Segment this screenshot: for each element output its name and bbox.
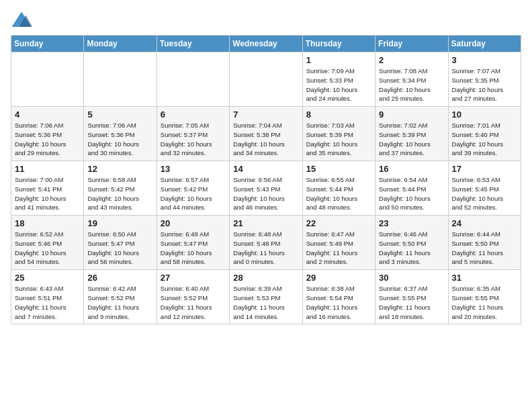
day-info: Sunrise: 7:01 AM Sunset: 5:40 PM Dayligh…	[452, 121, 517, 158]
day-info: Sunrise: 7:02 AM Sunset: 5:39 PM Dayligh…	[379, 121, 444, 158]
day-info: Sunrise: 6:42 AM Sunset: 5:52 PM Dayligh…	[87, 284, 152, 321]
day-number: 19	[87, 218, 152, 228]
calendar-cell: 21Sunrise: 6:48 AM Sunset: 5:48 PM Dayli…	[230, 216, 302, 270]
day-info: Sunrise: 6:46 AM Sunset: 5:50 PM Dayligh…	[379, 230, 444, 267]
day-info: Sunrise: 6:58 AM Sunset: 5:42 PM Dayligh…	[87, 175, 152, 212]
day-number: 2	[379, 55, 444, 65]
day-number: 24	[452, 218, 517, 228]
day-number: 18	[15, 218, 80, 228]
day-info: Sunrise: 6:57 AM Sunset: 5:42 PM Dayligh…	[161, 175, 226, 212]
calendar-cell: 19Sunrise: 6:50 AM Sunset: 5:47 PM Dayli…	[84, 216, 157, 270]
day-number: 3	[452, 55, 517, 65]
day-number: 31	[452, 273, 517, 283]
calendar-cell: 14Sunrise: 6:56 AM Sunset: 5:43 PM Dayli…	[230, 161, 302, 216]
calendar-cell: 17Sunrise: 6:53 AM Sunset: 5:45 PM Dayli…	[448, 161, 521, 216]
calendar-header-tuesday: Tuesday	[157, 36, 229, 52]
day-number: 20	[161, 218, 226, 228]
calendar-cell: 18Sunrise: 6:52 AM Sunset: 5:46 PM Dayli…	[11, 216, 84, 270]
calendar-cell: 25Sunrise: 6:43 AM Sunset: 5:51 PM Dayli…	[11, 270, 84, 324]
calendar-cell: 12Sunrise: 6:58 AM Sunset: 5:42 PM Dayli…	[84, 161, 157, 216]
calendar-header-row: SundayMondayTuesdayWednesdayThursdayFrid…	[11, 36, 521, 52]
calendar-cell: 15Sunrise: 6:55 AM Sunset: 5:44 PM Dayli…	[302, 161, 375, 216]
calendar-cell: 23Sunrise: 6:46 AM Sunset: 5:50 PM Dayli…	[375, 216, 448, 270]
calendar-cell	[157, 52, 229, 107]
day-info: Sunrise: 7:09 AM Sunset: 5:33 PM Dayligh…	[306, 66, 371, 103]
calendar-header-saturday: Saturday	[448, 36, 521, 52]
day-number: 13	[161, 164, 226, 174]
calendar-cell: 24Sunrise: 6:44 AM Sunset: 5:50 PM Dayli…	[448, 216, 521, 270]
calendar-cell	[11, 52, 84, 107]
day-number: 27	[161, 273, 226, 283]
day-info: Sunrise: 7:03 AM Sunset: 5:39 PM Dayligh…	[306, 121, 371, 158]
calendar-week-row: 25Sunrise: 6:43 AM Sunset: 5:51 PM Dayli…	[11, 270, 521, 324]
calendar-cell: 13Sunrise: 6:57 AM Sunset: 5:42 PM Dayli…	[157, 161, 229, 216]
day-number: 9	[379, 109, 444, 120]
day-info: Sunrise: 7:08 AM Sunset: 5:34 PM Dayligh…	[379, 66, 444, 103]
day-number: 14	[233, 164, 298, 174]
calendar-cell: 2Sunrise: 7:08 AM Sunset: 5:34 PM Daylig…	[375, 52, 448, 107]
calendar-week-row: 1Sunrise: 7:09 AM Sunset: 5:33 PM Daylig…	[11, 52, 521, 107]
day-number: 10	[452, 109, 517, 120]
calendar-header-wednesday: Wednesday	[230, 36, 302, 52]
calendar-cell: 29Sunrise: 6:38 AM Sunset: 5:54 PM Dayli…	[302, 270, 375, 324]
calendar-cell: 8Sunrise: 7:03 AM Sunset: 5:39 PM Daylig…	[302, 107, 375, 161]
calendar-cell: 9Sunrise: 7:02 AM Sunset: 5:39 PM Daylig…	[375, 107, 448, 161]
day-number: 11	[15, 164, 80, 174]
day-info: Sunrise: 6:37 AM Sunset: 5:55 PM Dayligh…	[379, 284, 444, 321]
day-info: Sunrise: 6:40 AM Sunset: 5:52 PM Dayligh…	[161, 284, 226, 321]
calendar-week-row: 18Sunrise: 6:52 AM Sunset: 5:46 PM Dayli…	[11, 216, 521, 270]
calendar-cell: 7Sunrise: 7:04 AM Sunset: 5:38 PM Daylig…	[230, 107, 302, 161]
page-header	[11, 11, 521, 30]
day-number: 7	[233, 109, 298, 120]
day-info: Sunrise: 6:52 AM Sunset: 5:46 PM Dayligh…	[15, 230, 80, 267]
calendar-cell: 10Sunrise: 7:01 AM Sunset: 5:40 PM Dayli…	[448, 107, 521, 161]
day-number: 22	[306, 218, 371, 228]
day-info: Sunrise: 7:04 AM Sunset: 5:38 PM Dayligh…	[233, 121, 298, 158]
logo-icon	[11, 11, 32, 30]
day-info: Sunrise: 7:06 AM Sunset: 5:36 PM Dayligh…	[15, 121, 80, 158]
calendar-cell: 6Sunrise: 7:05 AM Sunset: 5:37 PM Daylig…	[157, 107, 229, 161]
day-info: Sunrise: 6:43 AM Sunset: 5:51 PM Dayligh…	[15, 284, 80, 321]
day-info: Sunrise: 6:54 AM Sunset: 5:44 PM Dayligh…	[379, 175, 444, 212]
calendar-header-monday: Monday	[84, 36, 157, 52]
day-number: 16	[379, 164, 444, 174]
day-info: Sunrise: 7:00 AM Sunset: 5:41 PM Dayligh…	[15, 175, 80, 212]
day-number: 17	[452, 164, 517, 174]
day-info: Sunrise: 7:06 AM Sunset: 5:36 PM Dayligh…	[87, 121, 152, 158]
day-info: Sunrise: 7:05 AM Sunset: 5:37 PM Dayligh…	[161, 121, 226, 158]
calendar-cell: 26Sunrise: 6:42 AM Sunset: 5:52 PM Dayli…	[84, 270, 157, 324]
day-number: 1	[306, 55, 371, 65]
day-info: Sunrise: 6:49 AM Sunset: 5:47 PM Dayligh…	[161, 230, 226, 267]
calendar-cell: 5Sunrise: 7:06 AM Sunset: 5:36 PM Daylig…	[84, 107, 157, 161]
day-info: Sunrise: 6:47 AM Sunset: 5:49 PM Dayligh…	[306, 230, 371, 267]
day-info: Sunrise: 6:35 AM Sunset: 5:55 PM Dayligh…	[452, 284, 517, 321]
calendar-cell: 30Sunrise: 6:37 AM Sunset: 5:55 PM Dayli…	[375, 270, 448, 324]
calendar-cell: 20Sunrise: 6:49 AM Sunset: 5:47 PM Dayli…	[157, 216, 229, 270]
calendar-cell: 28Sunrise: 6:39 AM Sunset: 5:53 PM Dayli…	[230, 270, 302, 324]
day-number: 5	[87, 109, 152, 120]
calendar-cell: 31Sunrise: 6:35 AM Sunset: 5:55 PM Dayli…	[448, 270, 521, 324]
day-number: 25	[15, 273, 80, 283]
day-number: 4	[15, 109, 80, 120]
calendar-week-row: 11Sunrise: 7:00 AM Sunset: 5:41 PM Dayli…	[11, 161, 521, 216]
day-info: Sunrise: 6:48 AM Sunset: 5:48 PM Dayligh…	[233, 230, 298, 267]
day-info: Sunrise: 6:56 AM Sunset: 5:43 PM Dayligh…	[233, 175, 298, 212]
calendar-cell: 27Sunrise: 6:40 AM Sunset: 5:52 PM Dayli…	[157, 270, 229, 324]
day-number: 6	[161, 109, 226, 120]
day-info: Sunrise: 7:07 AM Sunset: 5:35 PM Dayligh…	[452, 66, 517, 103]
calendar-cell	[84, 52, 157, 107]
calendar-week-row: 4Sunrise: 7:06 AM Sunset: 5:36 PM Daylig…	[11, 107, 521, 161]
calendar-cell: 3Sunrise: 7:07 AM Sunset: 5:35 PM Daylig…	[448, 52, 521, 107]
day-info: Sunrise: 6:55 AM Sunset: 5:44 PM Dayligh…	[306, 175, 371, 212]
day-number: 12	[87, 164, 152, 174]
calendar-cell	[230, 52, 302, 107]
day-number: 15	[306, 164, 371, 174]
logo	[11, 11, 35, 30]
day-number: 21	[233, 218, 298, 228]
calendar-cell: 11Sunrise: 7:00 AM Sunset: 5:41 PM Dayli…	[11, 161, 84, 216]
day-number: 26	[87, 273, 152, 283]
day-info: Sunrise: 6:53 AM Sunset: 5:45 PM Dayligh…	[452, 175, 517, 212]
day-number: 29	[306, 273, 371, 283]
day-number: 8	[306, 109, 371, 120]
calendar-cell: 1Sunrise: 7:09 AM Sunset: 5:33 PM Daylig…	[302, 52, 375, 107]
